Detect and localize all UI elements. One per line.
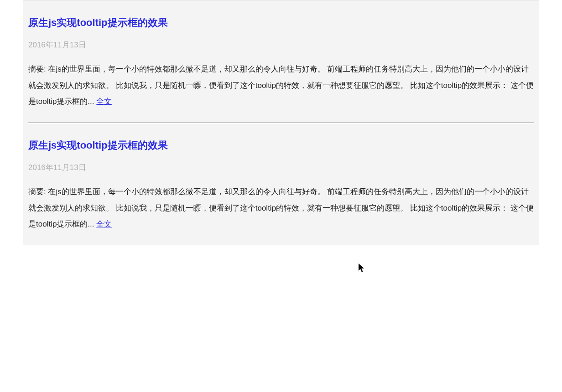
article-title-link[interactable]: 原生js实现tooltip提示框的效果 [28,139,534,152]
full-text-link[interactable]: 全文 [96,220,112,228]
article-item: 原生js实现tooltip提示框的效果 2016年11月13日 摘要: 在js的… [28,0,534,110]
article-summary: 摘要: 在js的世界里面，每一个小的特效都那么微不足道，却又那么的令人向往与好奇… [28,61,534,110]
article-list-container: 原生js实现tooltip提示框的效果 2016年11月13日 摘要: 在js的… [23,0,539,245]
article-date: 2016年11月13日 [28,162,534,173]
article-title-link[interactable]: 原生js实现tooltip提示框的效果 [28,16,534,30]
full-text-link[interactable]: 全文 [96,97,112,106]
article-date: 2016年11月13日 [28,40,534,50]
article-item: 原生js实现tooltip提示框的效果 2016年11月13日 摘要: 在js的… [28,123,534,232]
cursor-icon [359,263,366,273]
article-summary: 摘要: 在js的世界里面，每一个小的特效都那么微不足道，却又那么的令人向往与好奇… [28,184,534,232]
